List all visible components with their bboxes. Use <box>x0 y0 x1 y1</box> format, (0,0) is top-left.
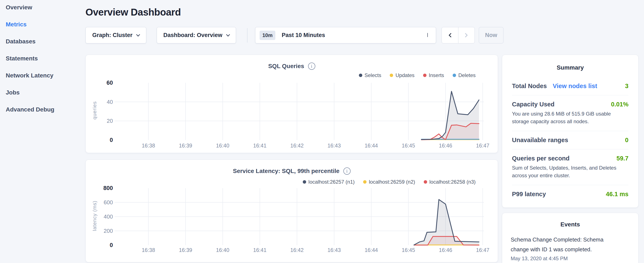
summary-row-head: Queries per second59.7 <box>512 155 628 162</box>
chevron-down-icon <box>226 33 230 36</box>
sidebar-item-network-latency[interactable]: Network Latency <box>6 73 54 79</box>
event-timestamp: May 13, 2020 at 4:45 PM <box>511 255 630 261</box>
service-latency-chart-card: Service Latency: SQL, 99th percentile lo… <box>86 160 498 262</box>
sql-queries-chart-card: SQL Queries SelectsUpdatesInsertsDeletes… <box>86 55 498 153</box>
summary-rows: Total NodesView nodes list3Capacity Used… <box>512 83 628 203</box>
legend-dot <box>390 74 393 77</box>
time-window-prev-button[interactable] <box>442 27 458 43</box>
sidebar-item-databases[interactable]: Databases <box>6 39 54 45</box>
graph-source-dropdown-label: Graph: Cluster <box>92 32 132 39</box>
x-axis-tick-label: 16:44 <box>356 247 386 253</box>
controls-divider <box>247 28 248 43</box>
x-axis-tick-label: 16:43 <box>319 143 349 149</box>
legend-label: Deletes <box>458 72 476 78</box>
x-axis-tick-label: 16:41 <box>245 247 275 253</box>
overview-dashboard-page: { "sidebar": { "items": [ {"label": "Ove… <box>0 0 644 263</box>
legend-label: localhost:26259 (n2) <box>369 179 415 185</box>
legend-dot <box>424 180 427 184</box>
summary-row-value: 3 <box>625 83 628 90</box>
service-latency-plot[interactable] <box>114 188 484 245</box>
sidebar-item-metrics[interactable]: Metrics <box>6 22 54 28</box>
legend-dot <box>303 180 306 184</box>
y-axis-tick-label: 0 <box>86 242 113 248</box>
summary-row-head: P99 latency46.1 ms <box>512 191 628 198</box>
summary-row: Total NodesView nodes list3 <box>512 83 628 95</box>
legend-label: Updates <box>396 72 414 78</box>
legend-dot <box>359 74 362 77</box>
info-icon[interactable] <box>308 63 315 70</box>
legend-dot <box>453 74 456 77</box>
x-axis-tick-label: 16:47 <box>468 143 498 149</box>
summary-row: P99 latency46.1 ms <box>512 185 628 203</box>
x-axis-tick-label: 16:39 <box>171 143 200 149</box>
chart-legend: SelectsUpdatesInsertsDeletes <box>359 72 476 78</box>
events-list: Schema Change Completed: Schema change w… <box>511 235 630 261</box>
x-axis-tick-label: 16:41 <box>245 143 275 149</box>
summary-row-head: Unavailable ranges0 <box>512 137 628 144</box>
legend-dot <box>363 180 366 184</box>
sidebar-item-jobs[interactable]: Jobs <box>6 90 54 96</box>
page-title: Overview Dashboard <box>86 7 181 18</box>
legend-label: Selects <box>365 72 382 78</box>
summary-row-label: Unavailable ranges <box>512 137 568 144</box>
legend-label: localhost:26258 (n3) <box>430 179 476 185</box>
summary-title: Summary <box>512 64 628 71</box>
sql-queries-plot[interactable] <box>114 83 484 140</box>
summary-row-value: 46.1 ms <box>606 191 628 198</box>
legend-item: localhost:26257 (n1) <box>303 179 355 185</box>
x-axis-tick-label: 16:42 <box>282 143 312 149</box>
cluster-summary-panel: Summary Total NodesView nodes list3Capac… <box>502 55 638 208</box>
chevron-right-icon <box>463 33 468 38</box>
chart-legend: localhost:26257 (n1)localhost:26259 (n2)… <box>303 179 476 185</box>
x-axis-tick-label: 16:40 <box>208 143 238 149</box>
graph-source-dropdown[interactable]: Graph: Cluster <box>86 27 146 43</box>
chevron-down-icon <box>427 33 428 37</box>
time-window-label: Past 10 Minutes <box>282 32 325 39</box>
legend-label: Inserts <box>429 72 444 78</box>
legend-label: localhost:26257 (n1) <box>308 179 355 185</box>
view-nodes-link[interactable]: View nodes list <box>553 83 597 90</box>
summary-row-value: 0 <box>625 137 628 144</box>
dashboard-dropdown[interactable]: Dashboard: Overview <box>157 27 236 43</box>
legend-dot <box>423 74 426 77</box>
summary-row-description: Sum of Selects, Updates, Inserts, and De… <box>512 164 628 179</box>
summary-row: Unavailable ranges0 <box>512 131 628 149</box>
y-axis-tick-label: 0 <box>86 137 113 143</box>
x-axis-tick-label: 16:47 <box>468 247 498 253</box>
chart-title: Service Latency: SQL, 99th percentile <box>233 168 339 174</box>
x-axis-tick-label: 16:38 <box>134 143 163 149</box>
y-axis-tick-label: 200 <box>86 228 113 234</box>
now-button[interactable]: Now <box>479 27 504 43</box>
legend-item: Updates <box>390 72 414 78</box>
x-axis-tick-label: 16:44 <box>356 143 386 149</box>
legend-item: Deletes <box>453 72 476 78</box>
dashboard-dropdown-label: Dashboard: Overview <box>163 32 222 39</box>
info-icon[interactable] <box>343 167 350 175</box>
y-axis-tick-label: 800 <box>86 185 113 191</box>
summary-row: Capacity Used0.01%You are using 28.6 MiB… <box>512 95 628 131</box>
summary-row-label: Capacity Used <box>512 101 554 108</box>
sidebar-item-overview[interactable]: Overview <box>6 5 54 11</box>
x-axis-tick-label: 16:42 <box>282 247 312 253</box>
y-axis-tick-label: 60 <box>86 80 113 86</box>
event-list-item[interactable]: Schema Change Completed: Schema change w… <box>511 235 630 261</box>
summary-row-description: You are using 28.6 MiB of 515.9 GiB usab… <box>512 110 628 125</box>
time-window-dropdown[interactable]: 10m Past 10 Minutes <box>255 27 436 43</box>
summary-row-label: Queries per second <box>512 155 570 162</box>
summary-row-value: 0.01% <box>611 101 628 108</box>
legend-item: Selects <box>359 72 382 78</box>
legend-item: localhost:26258 (n3) <box>424 179 476 185</box>
x-axis-tick-label: 16:45 <box>394 247 423 253</box>
y-axis-tick-label: 400 <box>86 214 113 220</box>
x-axis-tick-label: 16:38 <box>134 247 163 253</box>
sidebar-item-advanced-debug[interactable]: Advanced Debug <box>6 107 54 113</box>
sidebar-item-statements[interactable]: Statements <box>6 56 54 62</box>
chart-title: SQL Queries <box>268 63 304 70</box>
legend-item: Inserts <box>423 72 444 78</box>
summary-row-head: Total NodesView nodes list3 <box>512 83 628 90</box>
time-window-next-button[interactable] <box>458 27 475 43</box>
sidebar-nav: OverviewMetricsDatabasesStatementsNetwor… <box>6 5 54 124</box>
chevron-down-icon <box>136 33 140 36</box>
x-axis-tick-label: 16:46 <box>431 247 460 253</box>
dashboard-controls: Graph: Cluster Dashboard: Overview 10m P… <box>86 27 504 43</box>
